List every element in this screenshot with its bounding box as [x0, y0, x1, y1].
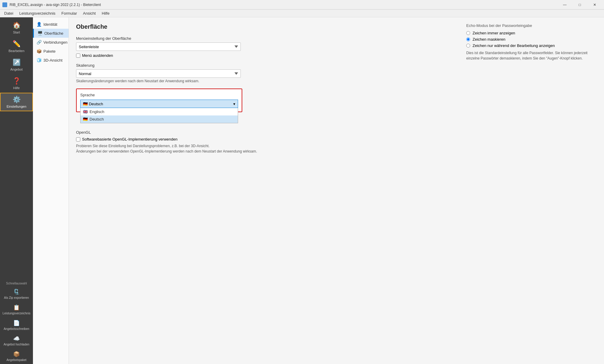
sidebar-label-hilfe: Hilfe: [13, 86, 20, 90]
hochladen-label: Angebot hochladen: [4, 343, 29, 346]
echo-title: Echo-Modus bei der Passworteingabe: [466, 23, 592, 28]
sprache-box-title: Sprache: [80, 93, 238, 97]
nav-identitaet[interactable]: 👤 Identität: [33, 20, 69, 29]
3d-icon: 🧊: [37, 58, 42, 63]
menu-datei[interactable]: Datei: [1, 10, 16, 17]
sidebar: 🏠 Start ✏️ Bearbeiten ↗️ Angebot ❓ Hilfe…: [0, 17, 33, 364]
sidebar-item-angebot[interactable]: ↗️ Angebot: [0, 56, 33, 74]
sprache-selected-text: Deutsch: [89, 102, 103, 106]
deutsch-flag: 🇩🇪: [83, 117, 88, 121]
chevron-down-icon: ▾: [233, 102, 235, 106]
angebot-icon: ↗️: [13, 59, 21, 66]
sidebar-label-angebot: Angebot: [10, 68, 23, 71]
bearbeiten-icon: ✏️: [13, 40, 21, 48]
hilfe-icon: ❓: [13, 77, 21, 85]
menu-dropdown[interactable]: Seitenleiste: [76, 42, 241, 51]
echo-section: Echo-Modus bei der Passworteingabe Zeich…: [466, 23, 592, 61]
sprache-dropdown-header[interactable]: 🇩🇪 Deutsch ▾: [80, 100, 238, 108]
schnellauswahl-label: Schnellauswahl: [0, 279, 33, 286]
lv-label: Leistungsverzeichnis: [3, 312, 31, 315]
sidebar-bottom: Schnellauswahl 🗜️ Als Zip exportieren 📋 …: [0, 279, 33, 364]
skalierung-section: Skalierung Normal Skalierungsänderungen …: [76, 63, 597, 83]
echo-label-always: Zeichen immer anzeigen: [473, 31, 515, 35]
nav-3d-label: 3D-Ansicht: [43, 58, 63, 63]
title-bar-left: RIB_EXCEL.avasign - ava-sign 2022 (2.2.1…: [2, 2, 101, 7]
nav-pakete-label: Pakete: [43, 49, 55, 54]
menu-bar: Datei Leistungsverzeichnis Formular Ansi…: [0, 10, 604, 17]
menu-ansicht[interactable]: Ansicht: [80, 10, 99, 17]
sprache-dropdown[interactable]: 🇩🇪 Deutsch ▾ 🇬🇧 Englisch 🇩🇪 Deutsch: [80, 100, 238, 108]
englisch-flag: 🇬🇧: [83, 109, 88, 114]
angebotspaket-icon: 📦: [13, 351, 20, 357]
menu-leistungsverzeichnis[interactable]: Leistungsverzeichnis: [16, 10, 58, 17]
sprache-dropdown-list: 🇬🇧 Englisch 🇩🇪 Deutsch: [80, 108, 238, 123]
sprache-flag: 🇩🇪 Deutsch: [83, 102, 103, 106]
sprache-option-englisch[interactable]: 🇬🇧 Englisch: [81, 108, 238, 115]
identitaet-icon: 👤: [37, 22, 42, 27]
nav-oberflaeche[interactable]: 🖥️ Oberfläche: [33, 29, 69, 38]
sidebar-angebotsschreiben[interactable]: 📄 Angebotsschreiben: [0, 317, 33, 333]
sprache-box: Sprache 🇩🇪 Deutsch ▾ 🇬🇧 Englisch 🇩🇪: [76, 89, 242, 112]
sidebar-leistungsverzeichnis[interactable]: 📋 Leistungsverzeichnis: [0, 302, 33, 317]
opengl-checkbox[interactable]: [76, 137, 80, 141]
opengl-section: OpenGL Softwarebasierte OpenGL-Implement…: [76, 130, 597, 153]
angebotspaket-label: Angebotspaket: [7, 358, 27, 362]
angebotsschreiben-icon: 📄: [13, 320, 20, 326]
opengl-hint2: Änderungen bei der verwendeten OpenGL-Im…: [76, 149, 597, 153]
content-area: Oberfläche Menüeinstellung der Oberfläch…: [69, 17, 604, 364]
menu-ausblenden-label: Menü ausblenden: [82, 53, 113, 58]
echo-radio-row-2: Zeichen nur während der Bearbeitung anze…: [466, 43, 592, 48]
start-icon: 🏠: [13, 22, 21, 29]
nav-pakete[interactable]: 📦 Pakete: [33, 47, 69, 56]
pakete-icon: 📦: [37, 49, 42, 54]
sidebar-item-hilfe[interactable]: ❓ Hilfe: [0, 74, 33, 93]
title-bar: RIB_EXCEL.avasign - ava-sign 2022 (2.2.1…: [0, 0, 604, 10]
app-icon: [2, 2, 7, 7]
skalierung-hint: Skalierungsänderungen werden nach dem Ne…: [76, 79, 597, 83]
echo-radio-always[interactable]: [466, 31, 470, 35]
zip-label: Als Zip exportieren: [4, 296, 29, 299]
skalierung-dropdown[interactable]: Normal: [76, 69, 241, 78]
echo-radio-mask[interactable]: [466, 37, 470, 41]
app-layout: 🏠 Start ✏️ Bearbeiten ↗️ Angebot ❓ Hilfe…: [0, 17, 604, 364]
echo-radio-row-0: Zeichen immer anzeigen: [466, 31, 592, 35]
nav-3d-ansicht[interactable]: 🧊 3D-Ansicht: [33, 56, 69, 65]
echo-radio-editing[interactable]: [466, 44, 470, 48]
sprache-option-deutsch[interactable]: 🇩🇪 Deutsch: [81, 115, 238, 123]
sidebar-angebotspaket[interactable]: 📦 Angebotspaket: [0, 348, 33, 364]
opengl-hint1: Probieren Sie diese Einstellung bei Dars…: [76, 144, 597, 148]
sidebar-item-einstellungen[interactable]: ⚙️ Einstellungen: [0, 93, 33, 111]
nav-identitaet-label: Identität: [43, 22, 57, 27]
opengl-title: OpenGL: [76, 130, 597, 135]
sidebar-item-bearbeiten[interactable]: ✏️ Bearbeiten: [0, 37, 33, 56]
menu-ausblenden-checkbox[interactable]: [76, 54, 80, 58]
zip-icon: 🗜️: [13, 289, 20, 295]
sidebar-angebot-hochladen[interactable]: ☁️ Angebot hochladen: [0, 333, 33, 348]
angebotsschreiben-label: Angebotsschreiben: [4, 327, 29, 331]
nav-oberflaeche-label: Oberfläche: [44, 31, 63, 36]
skalierung-label: Skalierung: [76, 63, 597, 68]
verbindungen-icon: 🔗: [37, 40, 42, 45]
echo-radio-row-1: Zeichen maskieren: [466, 37, 592, 42]
sidebar-zip-export[interactable]: 🗜️ Als Zip exportieren: [0, 286, 33, 302]
nav-verbindungen-label: Verbindungen: [43, 40, 67, 45]
echo-label-editing: Zeichen nur während der Bearbeitung anze…: [473, 43, 555, 48]
nav-verbindungen[interactable]: 🔗 Verbindungen: [33, 38, 69, 47]
sidebar-item-start[interactable]: 🏠 Start: [0, 19, 33, 37]
close-button[interactable]: ✕: [588, 0, 602, 10]
minimize-button[interactable]: —: [558, 0, 572, 10]
menu-formular[interactable]: Formular: [58, 10, 80, 17]
hochladen-icon: ☁️: [13, 335, 20, 342]
englisch-label: Englisch: [90, 109, 104, 114]
sprache-section: Sprache 🇩🇪 Deutsch ▾ 🇬🇧 Englisch 🇩🇪: [76, 89, 597, 112]
menu-hilfe[interactable]: Hilfe: [99, 10, 113, 17]
secondary-nav: 👤 Identität 🖥️ Oberfläche 🔗 Verbindungen…: [33, 17, 69, 364]
title-bar-text: RIB_EXCEL.avasign - ava-sign 2022 (2.2.1…: [10, 3, 101, 7]
sidebar-label-start: Start: [13, 31, 20, 34]
deutsch-label: Deutsch: [90, 117, 104, 121]
sidebar-label-bearbeiten: Bearbeiten: [8, 49, 24, 53]
lv-icon: 📋: [13, 304, 20, 311]
sidebar-label-einstellungen: Einstellungen: [7, 105, 26, 108]
einstellungen-icon: ⚙️: [13, 96, 21, 103]
maximize-button[interactable]: □: [573, 0, 587, 10]
